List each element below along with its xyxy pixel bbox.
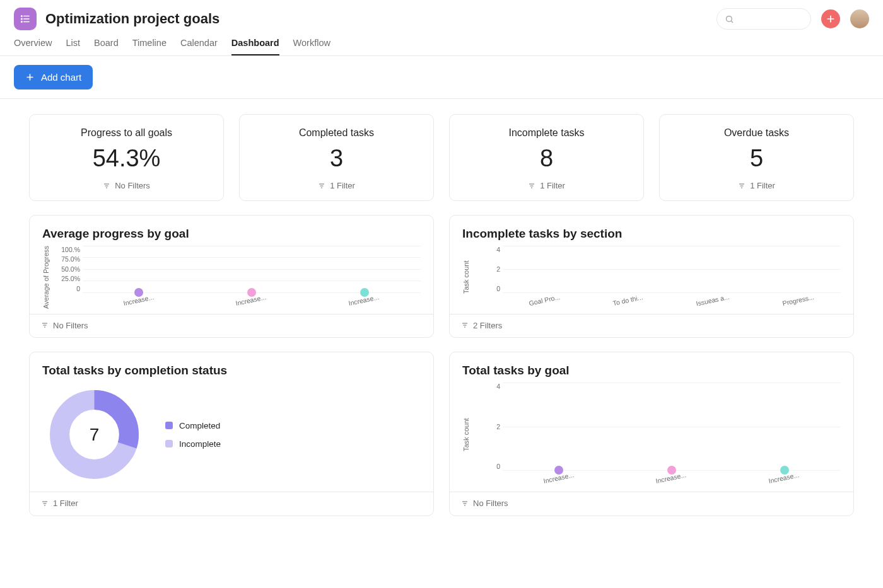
filter-icon [41,321,49,329]
x-tick-label: Increase... [348,293,381,312]
add-chart-button[interactable]: Add chart [14,65,93,89]
stat-title: Overdue tasks [666,127,847,139]
filter-icon [738,182,746,190]
global-add-button[interactable] [821,9,840,28]
search-input[interactable] [716,8,811,30]
stat-value: 5 [666,145,847,172]
tab-list[interactable]: List [66,38,80,55]
dashboard-content: Progress to all goals 54.3% No Filters C… [0,99,883,555]
chart-card-tasks-by-goal[interactable]: Total tasks by goal Task count 420Increa… [449,352,854,516]
x-tick-label: Progress... [781,293,816,312]
chart-legend: Completed Incomplete [165,421,221,449]
stat-value: 8 [456,145,637,172]
svg-point-4 [21,18,23,20]
x-tick-label: Issueas a... [695,292,731,312]
tab-workflow[interactable]: Workflow [293,38,330,55]
chart-filter[interactable]: No Filters [41,321,88,330]
user-avatar[interactable] [850,9,869,28]
stat-title: Completed tasks [246,127,427,139]
stat-filter[interactable]: 1 Filter [738,181,775,190]
stat-card-incomplete[interactable]: Incomplete tasks 8 1 Filter [449,114,644,201]
tab-dashboard[interactable]: Dashboard [231,38,279,55]
filter-icon [461,500,469,507]
svg-point-5 [21,21,23,23]
plus-icon [25,72,35,82]
stat-value: 3 [246,145,427,172]
stat-title: Progress to all goals [36,127,217,139]
chart-filter[interactable]: 1 Filter [41,499,78,508]
y-axis-label: Average of Progress [42,246,50,309]
filter-icon [318,182,325,190]
tab-timeline[interactable]: Timeline [132,38,167,55]
stat-title: Incomplete tasks [456,127,637,139]
tab-overview[interactable]: Overview [14,38,52,55]
chart-title: Total tasks by goal [450,352,853,383]
x-tick-label: Increase... [122,293,155,312]
chart-filter[interactable]: 2 Filters [461,321,502,330]
chart-title: Total tasks by completion status [30,352,433,383]
svg-point-3 [21,16,23,17]
x-tick-label: To do thi... [612,293,645,312]
chart-title: Incomplete tasks by section [450,216,853,246]
add-chart-label: Add chart [41,72,81,83]
project-title: Optimization project goals [45,11,219,27]
legend-label: Completed [179,421,220,430]
donut-chart: 7 [49,389,140,480]
legend-label: Incomplete [179,439,221,449]
filter-icon [461,321,469,329]
stat-filter[interactable]: 1 Filter [528,181,565,190]
filter-icon [103,182,110,190]
stat-card-progress[interactable]: Progress to all goals 54.3% No Filters [29,114,224,201]
tab-board[interactable]: Board [94,38,119,55]
svg-line-7 [731,21,733,23]
project-icon [14,8,37,30]
plus-icon [826,14,836,24]
x-tick-label: Goal Pro... [528,293,561,312]
x-tick-label: Increase... [768,471,801,490]
header: Optimization project goals [0,0,883,30]
search-icon [725,14,734,24]
legend-swatch [165,422,173,429]
stat-card-overdue[interactable]: Overdue tasks 5 1 Filter [659,114,854,201]
x-tick-label: Increase... [235,293,268,312]
y-axis-label: Task count [462,383,470,487]
x-tick-label: Increase... [655,471,688,490]
y-axis-label: Task count [462,246,470,309]
x-tick-label: Increase... [542,471,575,490]
legend-swatch [165,440,173,447]
filter-icon [528,182,535,190]
tab-calendar[interactable]: Calendar [180,38,218,55]
filter-icon [41,500,49,507]
svg-point-6 [727,16,732,21]
donut-center-value: 7 [49,389,140,480]
stat-card-completed[interactable]: Completed tasks 3 1 Filter [239,114,434,201]
chart-filter[interactable]: No Filters [461,499,508,508]
chart-card-completion-status[interactable]: Total tasks by completion status 7 Compl… [29,352,434,516]
chart-title: Average progress by goal [30,216,433,246]
stat-filter[interactable]: 1 Filter [318,181,355,190]
stat-value: 54.3% [36,145,217,172]
view-tabs: Overview List Board Timeline Calendar Da… [0,30,883,56]
dashboard-toolbar: Add chart [0,56,883,99]
chart-card-incomplete-section[interactable]: Incomplete tasks by section Task count 4… [449,215,854,338]
chart-card-avg-progress[interactable]: Average progress by goal Average of Prog… [29,215,434,338]
stat-filter[interactable]: No Filters [103,181,150,190]
